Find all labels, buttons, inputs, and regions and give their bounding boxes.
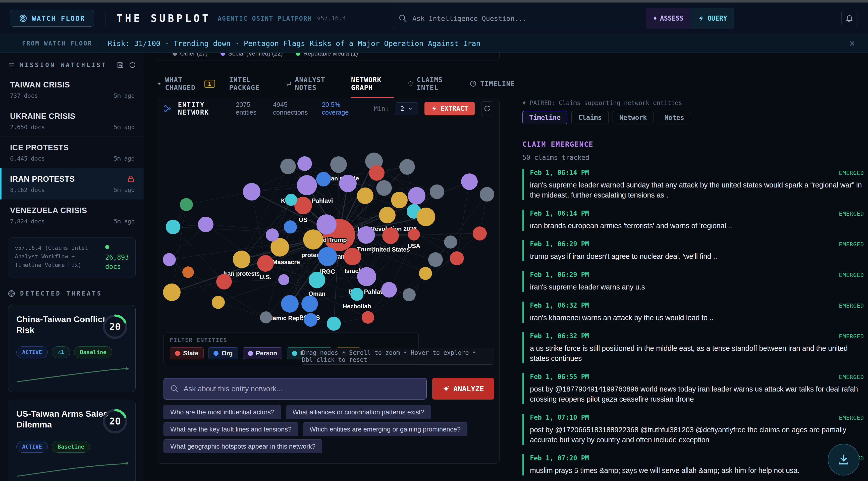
graph-node[interactable] <box>381 282 397 298</box>
sidebar-item-iran-protests[interactable]: IRAN PROTESTS 8,162 docs 5m ago <box>0 168 144 200</box>
suggested-question[interactable]: Who are the most influential actors? <box>163 405 281 419</box>
graph-node[interactable] <box>166 220 180 234</box>
claim-entry[interactable]: Feb 1, 07:20 PM EMERGED muslim prays 5 t… <box>522 454 864 476</box>
claim-entry[interactable]: Feb 1, 06:29 PM EMERGED trump says if ir… <box>522 240 864 261</box>
graph-node[interactable] <box>198 217 214 232</box>
graph-node[interactable] <box>278 274 289 285</box>
graph-node-hezbollah[interactable] <box>350 288 364 301</box>
graph-node[interactable] <box>280 158 296 174</box>
graph-node-israel[interactable] <box>344 248 361 265</box>
paired-tab-claims[interactable]: Claims <box>571 111 609 124</box>
refresh-icon[interactable] <box>129 61 136 69</box>
graph-node-reza-pahlavi[interactable] <box>357 267 376 286</box>
close-icon[interactable]: × <box>849 38 855 49</box>
graph-node-donald-trump[interactable] <box>316 214 337 235</box>
download-button[interactable] <box>828 444 860 476</box>
sidebar-item-ukraine-crisis[interactable]: UKRAINE CRISIS 2,650 docs 5m ago <box>0 105 144 137</box>
graph-node[interactable] <box>182 266 194 278</box>
claim-entry[interactable]: Feb 1, 06:14 PM EMERGED iran brands euro… <box>522 210 864 231</box>
graph-node[interactable] <box>304 313 317 327</box>
refresh-graph-button[interactable] <box>481 101 493 116</box>
graph-node-oman[interactable] <box>309 272 325 288</box>
claim-entry[interactable]: Feb 1, 06:29 PM EMERGED iran's supreme l… <box>522 271 864 292</box>
claim-entry[interactable]: Feb 1, 06:55 PM EMERGED post by @1877904… <box>522 373 864 404</box>
suggested-question[interactable]: What geographic hotspots appear in this … <box>163 439 322 453</box>
graph-node[interactable] <box>403 288 416 301</box>
threat-card[interactable]: China-Taiwan Conflict Risk 20 ACTIVE△1Ba… <box>8 305 135 392</box>
graph-node-united-states[interactable] <box>382 228 399 244</box>
paired-tab-timeline[interactable]: Timeline <box>522 111 567 124</box>
graph-node-iran-protests[interactable] <box>233 250 250 268</box>
graph-node[interactable] <box>369 165 384 181</box>
graph-node[interactable] <box>316 172 331 186</box>
graph-node[interactable] <box>327 317 341 331</box>
graph-node[interactable] <box>243 183 260 201</box>
graph-node[interactable] <box>419 267 432 280</box>
intelligence-search[interactable]: Ask Intelligence Question... ♦ ASSESS QU… <box>392 8 734 29</box>
suggested-question[interactable]: What alliances or coordination patterns … <box>286 405 431 419</box>
graph-node-islamic-republic[interactable] <box>281 295 299 312</box>
claim-entry[interactable]: Feb 1, 06:32 PM EMERGED a us strike forc… <box>522 332 864 363</box>
graph-node[interactable] <box>285 194 297 206</box>
graph-node[interactable] <box>362 311 374 324</box>
graph-node[interactable] <box>428 252 443 267</box>
graph-node[interactable] <box>339 175 356 192</box>
paired-tab-network[interactable]: Network <box>613 111 654 124</box>
threat-card[interactable]: US-Taiwan Arms Sales Dilemma 20 ACTIVEBa… <box>8 399 135 481</box>
query-button[interactable]: QUERY <box>691 8 734 29</box>
graph-node[interactable] <box>180 198 193 211</box>
graph-node-irgc[interactable] <box>318 247 337 266</box>
graph-node-iranian-people[interactable] <box>330 156 347 173</box>
graph-node[interactable] <box>417 208 435 226</box>
graph-node[interactable] <box>212 296 225 309</box>
watch-floor-button[interactable]: WATCH FLOOR <box>10 10 94 27</box>
filter-chip-org[interactable]: Org <box>208 347 238 359</box>
sidebar-item-taiwan-crisis[interactable]: TAIWAN CRISIS 737 docs 5m ago <box>0 74 144 105</box>
tab-what-changed[interactable]: WHAT CHANGED 1 <box>157 76 215 93</box>
graph-node[interactable] <box>284 220 297 234</box>
graph-node-potus[interactable] <box>301 296 318 312</box>
entity-network-graph[interactable]: IranIranian peopleKing Reza PahlaviUSDon… <box>158 119 498 334</box>
graph-node[interactable] <box>399 159 415 175</box>
claim-entry[interactable]: Feb 1, 07:10 PM EMERGED post by @1720665… <box>522 414 864 445</box>
save-icon[interactable] <box>117 61 124 69</box>
assess-button[interactable]: ♦ ASSESS <box>646 8 691 29</box>
graph-node-protests[interactable] <box>303 230 323 249</box>
graph-node[interactable] <box>391 192 408 208</box>
graph-node[interactable] <box>450 251 464 265</box>
graph-node[interactable] <box>461 173 478 190</box>
sidebar-item-venezuela-crisis[interactable]: VENEZUELA CRISIS 7,824 docs 5m ago <box>0 200 144 231</box>
suggested-question[interactable]: Which entities are emerging or gaining p… <box>303 422 467 436</box>
min-select[interactable]: 2 <box>396 102 418 115</box>
tab-network-graph[interactable]: NETWORK GRAPH <box>351 76 394 93</box>
graph-node-u-s-[interactable] <box>257 255 274 272</box>
filter-chip-state[interactable]: State <box>170 347 204 359</box>
claim-entry[interactable]: Feb 1, 06:32 PM EMERGED iran's khamenei … <box>522 302 864 323</box>
graph-node-king-reza-pahlavi[interactable] <box>297 175 317 195</box>
graph-node[interactable] <box>216 274 232 290</box>
graph-node-iran-revolution-2026[interactable] <box>379 207 396 223</box>
graph-node-trump[interactable] <box>358 226 375 244</box>
claim-entry[interactable]: Feb 1, 06:14 PM EMERGED iran's supreme l… <box>522 169 864 200</box>
graph-node[interactable] <box>163 283 181 301</box>
graph-node-usa[interactable] <box>408 229 420 241</box>
network-question-input[interactable]: Ask about this entity network... <box>163 378 427 399</box>
tab-analyst-notes[interactable]: ANALYST NOTES <box>286 76 337 93</box>
graph-node[interactable] <box>266 229 279 241</box>
extract-button[interactable]: EXTRACT <box>425 102 475 115</box>
analyze-button[interactable]: ANALYZE <box>432 378 494 399</box>
notifications-button[interactable] <box>841 10 858 26</box>
paired-tab-notes[interactable]: Notes <box>658 111 691 124</box>
graph-node[interactable] <box>408 187 426 205</box>
graph-node[interactable] <box>298 156 312 171</box>
graph-node[interactable] <box>444 236 457 248</box>
graph-node[interactable] <box>163 253 176 266</box>
filter-chip-person[interactable]: Person <box>243 347 283 359</box>
sidebar-item-ice-protests[interactable]: ICE PROTESTS 6,445 docs 5m ago <box>0 137 144 168</box>
tab-timeline[interactable]: TIMELINE <box>470 80 515 89</box>
graph-node[interactable] <box>430 184 444 199</box>
graph-node[interactable] <box>473 227 487 241</box>
tab-claims-intel[interactable]: CLAIMS INTEL <box>408 76 456 93</box>
graph-node[interactable] <box>357 187 373 204</box>
graph-node[interactable] <box>376 180 392 196</box>
